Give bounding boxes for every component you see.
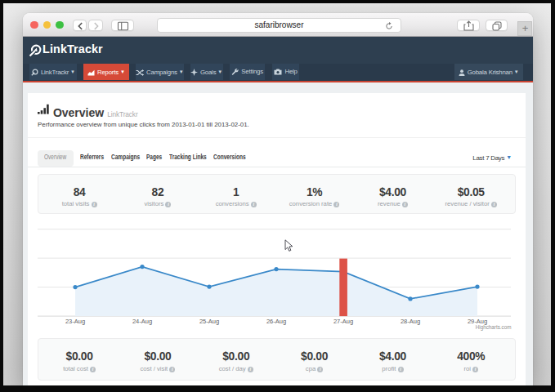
svg-text:27-Aug: 27-Aug	[333, 318, 353, 325]
svg-text:28-Aug: 28-Aug	[401, 318, 420, 325]
svg-text:25-Aug: 25-Aug	[199, 318, 219, 325]
svg-text:Highcharts.com: Highcharts.com	[476, 324, 512, 331]
svg-text:23-Aug: 23-Aug	[65, 318, 85, 325]
svg-text:24-Aug: 24-Aug	[132, 318, 152, 325]
svg-text:26-Aug: 26-Aug	[266, 318, 286, 325]
